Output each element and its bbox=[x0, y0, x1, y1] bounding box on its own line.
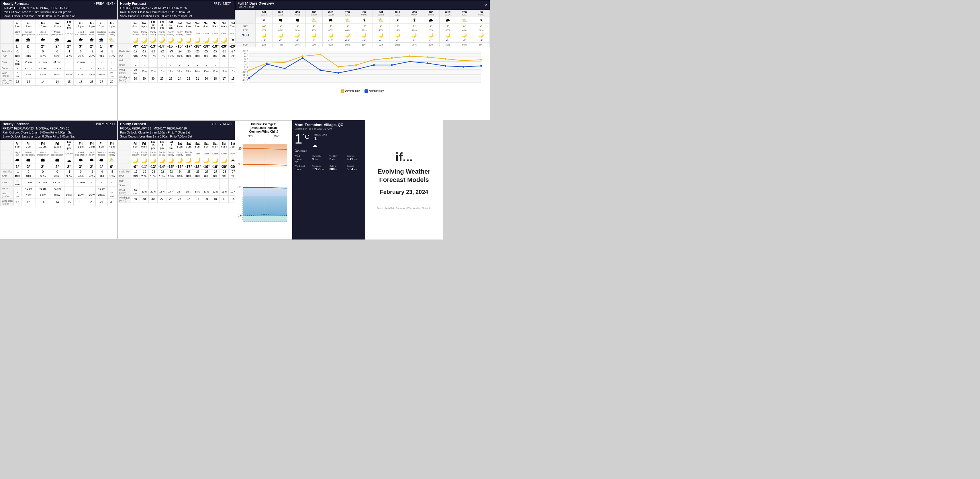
overview-header: Full 14 Days Overview Feb 24 - Mar 8 ✕ bbox=[235, 0, 490, 10]
svg-text:-12°C: -12°C bbox=[242, 71, 248, 73]
hourly-rain-2: Rain Outlook: Close to 1 mm 8:00am Fri t… bbox=[120, 10, 192, 14]
if-credits: Screenshots/Data Courtesy of The Weather… bbox=[377, 207, 431, 209]
sunrise-label: Sunrise bbox=[347, 155, 363, 157]
hourly-header-info-2: Hourly Forecast FRIDAY, FEBRUARY 23 - MO… bbox=[120, 2, 192, 18]
humidity-unit: % bbox=[317, 158, 318, 161]
ceiling-label: Ceiling bbox=[329, 165, 346, 167]
svg-point-39 bbox=[463, 60, 464, 62]
wind-label: Wind bbox=[294, 155, 311, 157]
hourly-header-3: Hourly Forecast FRIDAY, FEBRUARY 23 - MO… bbox=[0, 121, 117, 140]
bottom-right-area: Historic Averages:(Dash Lines IndicateCo… bbox=[235, 120, 443, 240]
if-panel: if... Evolving WeatherForecast Models Fe… bbox=[365, 120, 443, 240]
svg-text:6°C: 6°C bbox=[244, 55, 248, 57]
svg-text:9°: 9° bbox=[239, 163, 241, 166]
sunset-label: Sunset bbox=[347, 165, 363, 167]
svg-point-37 bbox=[427, 56, 428, 58]
current-conditions-panel: Mont-Tremblant-Village, QC Updated on Fr… bbox=[292, 120, 365, 240]
svg-point-50 bbox=[409, 61, 410, 62]
sunrise-value: 6:49 bbox=[347, 157, 353, 161]
current-details-grid: Wind 6 km/h SE Humidity 98 % Visibility … bbox=[294, 155, 363, 171]
humidity-label: Humidity bbox=[312, 155, 328, 157]
svg-point-51 bbox=[427, 62, 428, 64]
hourly-nav-1[interactable]: ‹ PREV NEXT › bbox=[94, 2, 115, 5]
legend-day: Daytime high bbox=[341, 89, 360, 93]
overview-daterange: Feb 24 - Mar 8 bbox=[237, 5, 274, 9]
prev-button-3[interactable]: ‹ PREV bbox=[94, 123, 104, 126]
svg-point-42 bbox=[266, 63, 268, 65]
overview-panel: Full 14 Days Overview Feb 24 - Mar 8 ✕ S… bbox=[235, 0, 490, 120]
ceiling-item: Ceiling 300 m bbox=[329, 165, 346, 171]
overview-title: Full 14 Days Overview bbox=[237, 2, 274, 5]
svg-text:9°C: 9°C bbox=[244, 53, 248, 55]
if-title: if... bbox=[395, 150, 413, 164]
current-temp-value: 1 bbox=[294, 132, 302, 146]
hourly-rain-4: Rain Outlook: Close to 1 mm 8:00am Fri t… bbox=[120, 130, 192, 135]
prev-button-2[interactable]: ‹ PREV bbox=[212, 2, 221, 5]
chart-area: 12°C9°C6°C3°C0°C-3°C-6°C-9°C-12°C-15°C-1… bbox=[235, 47, 490, 94]
temperature-chart: 12°C9°C6°C3°C0°C-3°C-6°C-9°C-12°C-15°C-1… bbox=[237, 48, 484, 88]
hourly-nav-3[interactable]: ‹ PREV NEXT › bbox=[94, 123, 115, 126]
svg-text:-6°C: -6°C bbox=[243, 65, 248, 68]
svg-text:-24°C: -24°C bbox=[242, 81, 248, 84]
overview-close-button[interactable]: ✕ bbox=[484, 3, 487, 8]
hourly-subtitle-3: FRIDAY, FEBRUARY 23 - MONDAY, FEBRUARY 2… bbox=[3, 127, 75, 130]
svg-point-30 bbox=[302, 55, 304, 57]
hourly-subtitle-1: FRIDAY, FEBRUARY 23 - MONDAY, FEBRUARY 2… bbox=[3, 6, 75, 10]
bottom-right-panels: Historic Averages:(Dash Lines IndicateCo… bbox=[235, 120, 443, 240]
hourly-nav-2[interactable]: ‹ PREV NEXT › bbox=[212, 2, 232, 5]
current-cloud-icon: ☁ bbox=[313, 142, 327, 148]
historic-chart: 25° 9° -7° -23° bbox=[237, 138, 291, 228]
svg-text:-9°C: -9°C bbox=[243, 68, 248, 71]
sunrise-item: Sunrise 6:49 AM bbox=[347, 155, 363, 164]
svg-point-40 bbox=[480, 59, 482, 61]
windgust-unit: km/h bbox=[297, 168, 302, 171]
svg-point-43 bbox=[284, 68, 286, 69]
svg-text:0°C: 0°C bbox=[244, 60, 248, 63]
legend-night: Nighttime low bbox=[364, 89, 384, 93]
current-feels-area: FEELS LIKE -1 ☁ bbox=[313, 133, 327, 148]
pressure-unit: kPa bbox=[320, 168, 325, 171]
overview-grid: Sat02/24Sun02/25Mon02/26Tue02/27Wed02/28… bbox=[235, 10, 490, 47]
current-temp-row: 1 °C FEELS LIKE -1 ☁ bbox=[294, 132, 363, 148]
svg-point-31 bbox=[320, 54, 321, 55]
hourly-forecast-panel-2: Hourly Forecast FRIDAY, FEBRUARY 23 - MO… bbox=[118, 0, 235, 120]
next-button-3[interactable]: NEXT › bbox=[105, 123, 115, 126]
next-button-1[interactable]: NEXT › bbox=[105, 2, 115, 5]
sunset-value: 5:34 bbox=[347, 167, 353, 171]
svg-text:-7°: -7° bbox=[237, 186, 241, 189]
next-button-4[interactable]: NEXT › bbox=[223, 123, 232, 126]
hourly-snow-3: Snow Outlook: Less than 1 cm 8:00am Fri … bbox=[3, 135, 75, 138]
svg-rect-55 bbox=[243, 145, 287, 167]
hourly-title-1: Hourly Forecast bbox=[3, 2, 75, 6]
hourly-header-4: Hourly Forecast FRIDAY, FEBRUARY 23 - MO… bbox=[118, 121, 235, 140]
svg-point-29 bbox=[284, 62, 286, 63]
svg-point-46 bbox=[337, 72, 339, 74]
svg-point-27 bbox=[248, 69, 250, 71]
wind-unit: km/h bbox=[297, 158, 302, 161]
hourly-nav-4[interactable]: ‹ PREV NEXT › bbox=[212, 123, 232, 126]
svg-point-41 bbox=[248, 77, 250, 79]
next-button-2[interactable]: NEXT › bbox=[223, 2, 232, 5]
prev-button-4[interactable]: ‹ PREV bbox=[212, 123, 221, 126]
svg-rect-57 bbox=[243, 196, 287, 222]
svg-text:-15°C: -15°C bbox=[242, 74, 248, 76]
hourly-header-info-4: Hourly Forecast FRIDAY, FEBRUARY 23 - MO… bbox=[120, 122, 192, 138]
current-location: Mont-Tremblant-Village, QC bbox=[294, 123, 363, 127]
prev-button-1[interactable]: ‹ PREV bbox=[94, 2, 104, 5]
svg-point-36 bbox=[409, 55, 410, 57]
svg-text:12°C: 12°C bbox=[243, 50, 248, 53]
historic-averages-panel: Historic Averages:(Dash Lines IndicateCo… bbox=[235, 120, 292, 240]
wind-item: Wind 6 km/h SE bbox=[294, 155, 311, 164]
svg-point-47 bbox=[355, 68, 357, 70]
if-date: February 23, 2024 bbox=[380, 189, 428, 196]
svg-point-54 bbox=[480, 65, 482, 67]
windgust-label: Wind gust bbox=[294, 165, 311, 167]
hourly-snow-2: Snow Outlook: Less than 1 cm 8:00am Fri … bbox=[120, 14, 192, 18]
humidity-value: 98 bbox=[312, 157, 315, 161]
hourly-snow-4: Snow Outlook: Less than 1 cm 8:00am Fri … bbox=[120, 135, 192, 138]
svg-point-49 bbox=[391, 64, 393, 66]
hourly-header-info-3: Hourly Forecast FRIDAY, FEBRUARY 23 - MO… bbox=[3, 122, 75, 138]
overview-header-left: Full 14 Days Overview Feb 24 - Mar 8 bbox=[237, 2, 274, 9]
sunset-item: Sunset 5:34 PM bbox=[347, 165, 363, 171]
hourly-title-2: Hourly Forecast bbox=[120, 2, 192, 6]
